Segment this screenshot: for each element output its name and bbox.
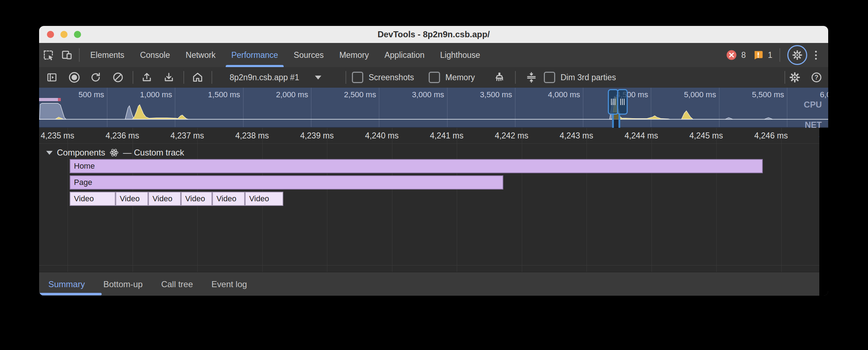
target-selector-label: 8p2n9n.csb.app #1 <box>230 73 299 82</box>
checkbox-label: Screenshots <box>369 73 414 82</box>
divider <box>515 71 516 84</box>
ruler-tick-label: 4,239 ms <box>300 131 334 141</box>
flame-bar-video[interactable]: Video <box>70 192 116 206</box>
ruler-tick-label: 4,241 ms <box>430 131 464 141</box>
bottom-tab-summary[interactable]: Summary <box>39 272 94 296</box>
overview-timeline[interactable]: CPU NET 500 ms1,000 ms1,500 ms2,000 ms2,… <box>39 88 828 128</box>
ruler-tick-label: 4,237 ms <box>170 131 204 141</box>
main-tabs: ElementsConsoleNetworkPerformanceSources… <box>82 43 488 67</box>
flame-bar-video[interactable]: Video <box>245 192 283 206</box>
net-lane-label: NET <box>805 120 822 128</box>
flame-bar-label: Video <box>149 194 172 203</box>
toggle-sidebar-icon[interactable] <box>44 70 60 85</box>
checkbox-box[interactable] <box>352 72 363 83</box>
cpu-lane-label: CPU <box>804 100 822 110</box>
ruler-tick-label: 4,246 ms <box>754 131 788 141</box>
bottom-tabs: SummaryBottom-upCall treeEvent log <box>39 272 256 296</box>
titlebar: DevTools - 8p2n9n.csb.app/ <box>39 26 828 43</box>
tab-console[interactable]: Console <box>132 43 178 67</box>
error-count: 8 <box>741 50 746 60</box>
selection-shade <box>614 113 618 128</box>
flame-bar-video[interactable]: Video <box>116 192 148 206</box>
tab-network[interactable]: Network <box>178 43 223 67</box>
track-bottom-line <box>39 265 828 266</box>
flame-bar-video[interactable]: Video <box>148 192 181 206</box>
memory-checkbox[interactable]: Memory <box>429 67 475 88</box>
tab-application[interactable]: Application <box>377 43 433 67</box>
settings-gear-icon[interactable] <box>787 45 807 65</box>
devtools-window: DevTools - 8p2n9n.csb.app/ ElementsConso… <box>39 26 828 296</box>
components-track-header[interactable]: Components — Custom track <box>46 148 184 158</box>
download-profile-icon[interactable] <box>161 70 177 85</box>
right-gutter <box>819 128 828 296</box>
checkbox-box[interactable] <box>544 72 555 83</box>
flame-bar-video[interactable]: Video <box>181 192 212 206</box>
tab-sources[interactable]: Sources <box>286 43 331 67</box>
kebab-menu-icon[interactable] <box>811 51 820 60</box>
home-icon[interactable] <box>190 70 205 85</box>
overview-tick-label: 1,500 ms <box>208 90 240 99</box>
overview-tick-label: 5,000 ms <box>684 90 716 99</box>
overview-tick-label: 3,500 ms <box>480 90 512 99</box>
capture-settings-gear-icon[interactable] <box>787 70 803 85</box>
close-button[interactable] <box>47 31 54 38</box>
flame-bar-home[interactable]: Home <box>70 159 763 173</box>
detail-gridline <box>327 128 327 272</box>
track-name: Components <box>57 148 105 158</box>
clear-icon[interactable] <box>110 70 126 85</box>
device-toolbar-icon[interactable] <box>58 43 76 67</box>
dim-3rd-parties-checkbox[interactable]: Dim 3rd parties <box>544 67 616 88</box>
bottom-tab-event-log[interactable]: Event log <box>202 272 256 296</box>
devtools-tabbar: ElementsConsoleNetworkPerformanceSources… <box>39 43 828 67</box>
bottom-tabbar: SummaryBottom-upCall treeEvent log <box>39 272 828 296</box>
checkbox-label: Dim 3rd parties <box>561 73 616 82</box>
flame-bar-video[interactable]: Video <box>212 192 245 206</box>
timeline-detail-area[interactable]: Components — Custom track HomePageVideoV… <box>39 128 828 272</box>
flame-bar-page[interactable]: Page <box>70 175 503 190</box>
ruler-tick-label: 4,242 ms <box>495 131 529 141</box>
inspect-element-icon[interactable] <box>39 43 58 67</box>
record-icon[interactable] <box>66 70 82 85</box>
chevron-down-icon <box>315 76 321 80</box>
tabbar-right-cluster: 8 1 <box>726 43 828 67</box>
detail-gridline <box>522 128 522 272</box>
zoom-button[interactable] <box>74 31 81 38</box>
divider <box>211 71 212 84</box>
tab-performance[interactable]: Performance <box>224 43 286 67</box>
detail-gridline <box>652 128 652 272</box>
issue-badge-icon[interactable] <box>753 50 763 60</box>
tab-elements[interactable]: Elements <box>82 43 132 67</box>
minimize-button[interactable] <box>60 31 68 38</box>
divider <box>183 71 184 84</box>
ruler-tick-label: 4,235 ms <box>41 131 74 141</box>
upload-profile-icon[interactable] <box>139 70 155 85</box>
tab-memory[interactable]: Memory <box>332 43 377 67</box>
divider <box>79 48 80 62</box>
active-tab-underline <box>39 293 102 295</box>
flame-bar-label: Video <box>116 194 140 203</box>
target-selector-dropdown[interactable]: 8p2n9n.csb.app #1 <box>230 67 321 88</box>
svg-text:?: ? <box>815 74 819 81</box>
ruler-tick-label: 4,245 ms <box>689 131 723 141</box>
screen: DevTools - 8p2n9n.csb.app/ ElementsConso… <box>0 0 868 350</box>
selection-handle-right[interactable] <box>617 89 628 115</box>
gc-broom-icon[interactable] <box>492 70 507 85</box>
collapse-shortcuts-icon[interactable] <box>524 70 539 85</box>
reload-record-icon[interactable] <box>88 70 103 85</box>
error-badge-icon[interactable] <box>726 50 737 60</box>
overview-tick-label: 5,500 ms <box>752 90 784 99</box>
disclosure-triangle-icon[interactable] <box>46 151 53 155</box>
help-icon[interactable]: ? <box>809 70 824 85</box>
ruler-tick-label: 4,244 ms <box>625 131 658 141</box>
screenshots-checkbox[interactable]: Screenshots <box>352 67 414 88</box>
checkbox-box[interactable] <box>429 72 440 83</box>
tab-lighthouse[interactable]: Lighthouse <box>432 43 488 67</box>
bottom-tab-call-tree[interactable]: Call tree <box>152 272 202 296</box>
overview-tick-label: 3,000 ms <box>412 90 444 99</box>
overview-tick-label: 4,000 ms <box>548 90 580 99</box>
divider <box>345 71 346 84</box>
checkbox-label: Memory <box>445 73 475 82</box>
flame-bar-label: Video <box>213 194 236 203</box>
bottom-tab-bottom-up[interactable]: Bottom-up <box>94 272 152 296</box>
detail-gridline <box>781 128 782 272</box>
